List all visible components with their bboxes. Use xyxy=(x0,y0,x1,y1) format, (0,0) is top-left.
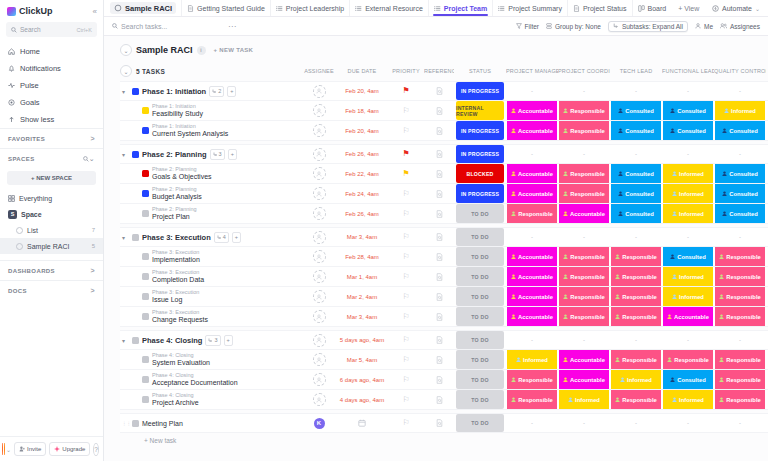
priority-cell[interactable]: ⚐ xyxy=(388,273,424,281)
sidebar-item-notifications[interactable]: Notifications xyxy=(0,60,103,77)
due-date-cell[interactable]: Mar 1, 4am xyxy=(336,274,388,280)
raci-cell-5[interactable]: Consulted xyxy=(714,203,766,224)
raci-cell-1[interactable]: Accountable xyxy=(506,246,558,267)
new-task-row[interactable]: + New task xyxy=(120,433,768,447)
raci-cell-5[interactable]: Responsible xyxy=(714,389,766,410)
status-cell[interactable]: TO DO xyxy=(454,227,506,247)
assignee-cell[interactable] xyxy=(302,393,336,406)
raci-cell-5[interactable]: Informed xyxy=(714,100,766,121)
assignee-cell[interactable] xyxy=(302,231,336,244)
current-list-chip[interactable]: Sample RACI xyxy=(110,2,176,14)
add-view-button[interactable]: + View xyxy=(673,5,704,12)
phase-row[interactable]: ▾Phase 1: Initiation2+Feb 20, 4am⚑IN PRO… xyxy=(120,81,768,101)
tab-getting-started-guide[interactable]: Getting Started Guide xyxy=(181,0,270,16)
priority-cell[interactable]: ⚐ xyxy=(388,419,424,427)
column-header-assignee[interactable]: ASSIGNEE xyxy=(302,68,336,74)
group-header[interactable]: ⌄ 5 TASKS xyxy=(120,65,302,77)
raci-cell-4[interactable]: Consulted xyxy=(662,100,714,121)
priority-flag-icon[interactable]: ⚐ xyxy=(402,396,409,404)
due-date-cell[interactable]: 5 days ago, 4am xyxy=(336,337,388,343)
task-row[interactable]: Phase 2: PlanningProject PlanFeb 26, 4am… xyxy=(120,204,768,224)
raci-cell-1[interactable]: Informed xyxy=(506,349,558,370)
raci-cell-3[interactable]: Informed xyxy=(610,369,662,390)
assignee-cell[interactable] xyxy=(302,250,336,263)
priority-cell[interactable]: ⚐ xyxy=(388,107,424,115)
raci-cell-5[interactable]: - xyxy=(714,413,766,433)
raci-cell-5[interactable]: Responsible xyxy=(714,306,766,327)
upgrade-button[interactable]: Upgrade xyxy=(49,442,90,456)
raci-cell-4[interactable]: Consulted xyxy=(662,120,714,141)
priority-flag-icon[interactable]: ⚐ xyxy=(402,273,409,281)
raci-cell-2[interactable]: Responsible xyxy=(558,183,610,204)
sidebar-item-show-less[interactable]: Show less xyxy=(0,111,103,128)
expand-caret-icon[interactable]: ▾ xyxy=(122,234,129,241)
raci-cell-2[interactable]: Responsible xyxy=(558,120,610,141)
me-mode-button[interactable]: Me xyxy=(695,23,713,30)
due-date-cell[interactable]: Mar 5, 4am xyxy=(336,357,388,363)
assignee-placeholder-icon[interactable] xyxy=(313,187,326,200)
raci-cell-3[interactable]: Responsible xyxy=(610,349,662,370)
priority-flag-icon[interactable]: ⚐ xyxy=(402,107,409,115)
status-cell[interactable]: INTERNAL REVIEW xyxy=(454,100,506,121)
add-subtask-button[interactable]: + xyxy=(227,86,236,97)
add-subtask-button[interactable]: + xyxy=(224,335,233,346)
priority-flag-icon[interactable]: ⚐ xyxy=(402,253,409,261)
sidebar-item-list[interactable]: List7 xyxy=(0,222,103,238)
more-options-icon[interactable]: ⋯ xyxy=(228,22,237,31)
priority-cell[interactable]: ⚐ xyxy=(388,356,424,364)
references-cell[interactable] xyxy=(424,313,454,321)
raci-cell-4[interactable]: Accountable xyxy=(662,306,714,327)
raci-cell-3[interactable]: Responsible xyxy=(610,389,662,410)
new-space-button[interactable]: + NEW SPACE xyxy=(7,171,96,185)
references-cell[interactable] xyxy=(424,396,454,404)
priority-flag-icon[interactable]: ⚐ xyxy=(402,419,409,427)
priority-flag-icon[interactable]: ⚐ xyxy=(402,210,409,218)
raci-cell-1[interactable]: Accountable xyxy=(506,163,558,184)
task-cell[interactable]: Phase 4: ClosingProject Archive xyxy=(120,392,302,406)
status-cell[interactable]: TO DO xyxy=(454,203,506,224)
raci-cell-1[interactable]: Accountable xyxy=(506,306,558,327)
add-subtask-button[interactable]: + xyxy=(228,149,237,160)
assignee-cell[interactable] xyxy=(302,207,336,220)
priority-flag-icon[interactable]: ⚐ xyxy=(402,313,409,321)
task-cell[interactable]: Phase 4: ClosingSystem Evaluation xyxy=(120,352,302,366)
raci-cell-2[interactable]: Responsible xyxy=(558,306,610,327)
priority-cell[interactable]: ⚑ xyxy=(388,150,424,158)
priority-flag-icon[interactable]: ⚑ xyxy=(402,150,409,158)
raci-cell-1[interactable]: Accountable xyxy=(506,266,558,287)
assignee-cell[interactable] xyxy=(302,148,336,161)
task-row[interactable]: Phase 3: ExecutionChange RequestsMar 3, … xyxy=(120,307,768,327)
raci-cell-1[interactable]: - xyxy=(506,227,558,247)
task-row[interactable]: Phase 2: PlanningGoals & ObjectivesFeb 2… xyxy=(120,164,768,184)
phase-row[interactable]: ▾Phase 3: Execution4+Mar 3, 4am⚐TO DO---… xyxy=(120,227,768,247)
raci-cell-2[interactable]: Informed xyxy=(558,389,610,410)
task-row[interactable]: Phase 1: InitiationFeasibility StudyFeb … xyxy=(120,101,768,121)
task-row[interactable]: Phase 2: PlanningBudget AnalysisFeb 24, … xyxy=(120,184,768,204)
tab-project-team[interactable]: Project Team xyxy=(428,0,492,16)
assignee-placeholder-icon[interactable] xyxy=(313,85,326,98)
due-date-cell[interactable]: Feb 20, 4am xyxy=(336,128,388,134)
task-cell[interactable]: Phase 4: ClosingAcceptance Documentation xyxy=(120,372,302,386)
task-row[interactable]: Phase 4: ClosingProject Archive4 days ag… xyxy=(120,390,768,410)
task-row[interactable]: Phase 3: ExecutionImplementationFeb 28, … xyxy=(120,247,768,267)
status-cell[interactable]: IN PROGRESS xyxy=(454,120,506,141)
status-cell[interactable]: IN PROGRESS xyxy=(454,81,506,101)
raci-cell-4[interactable]: - xyxy=(662,81,714,101)
priority-cell[interactable]: ⚑ xyxy=(388,170,424,178)
raci-cell-3[interactable]: Consulted xyxy=(610,203,662,224)
assignee-placeholder-icon[interactable] xyxy=(313,290,326,303)
sidebar-section-docs[interactable]: DOCS> xyxy=(0,280,103,300)
raci-cell-2[interactable]: Responsible xyxy=(558,163,610,184)
priority-cell[interactable]: ⚐ xyxy=(388,233,424,241)
task-cell[interactable]: Phase 1: InitiationCurrent System Analys… xyxy=(120,123,302,137)
assignee-placeholder-icon[interactable] xyxy=(313,393,326,406)
raci-cell-2[interactable]: Accountable xyxy=(558,203,610,224)
task-row[interactable]: Phase 3: ExecutionCompletion DataMar 1, … xyxy=(120,267,768,287)
group-by-button[interactable]: Group by: None xyxy=(546,23,601,30)
raci-cell-3[interactable]: Consulted xyxy=(610,163,662,184)
references-cell[interactable] xyxy=(424,376,454,384)
priority-flag-icon[interactable]: ⚐ xyxy=(402,336,409,344)
priority-cell[interactable]: ⚐ xyxy=(388,313,424,321)
references-cell[interactable] xyxy=(424,107,454,115)
raci-cell-2[interactable]: - xyxy=(558,330,610,350)
